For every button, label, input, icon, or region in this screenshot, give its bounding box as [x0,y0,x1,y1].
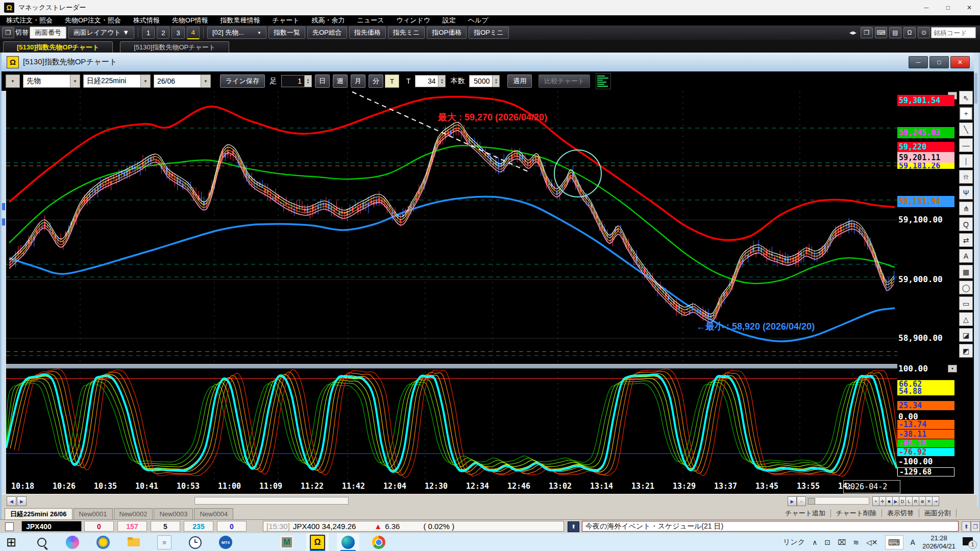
zoom-out-button[interactable]: − [797,496,806,506]
close-button[interactable]: ✕ [959,1,980,14]
sheet-tab[interactable]: New0004 [194,508,233,519]
chart-zoom-button-■[interactable]: ■ [886,496,893,506]
quote-box[interactable]: [15:30] JPX400 34,249.26 ▲ 6.36 ( 0.02% … [263,521,564,532]
switch-label[interactable]: 切替 [15,28,29,37]
sheet-tab[interactable]: New0002 [114,508,153,519]
trading-orb-app[interactable] [92,533,114,551]
screen-number-button[interactable]: 画面番号 [30,27,66,39]
sheet-action[interactable]: 表示切替 [882,509,919,517]
mt4-app[interactable]: MT4 [214,533,237,551]
tray-clock[interactable]: 21:282026/04/21 [922,534,955,551]
maximize-button[interactable]: □ [937,1,959,14]
alert-bell-tool[interactable]: ⍾ [959,170,973,184]
rectangle-tool[interactable]: ▭ [959,296,973,310]
tray-battery-icon[interactable]: ⌧ [838,538,846,546]
chart-minimize-button[interactable]: ─ [909,56,928,68]
tray-chevron-up-icon[interactable]: ∧ [812,538,817,546]
printer-icon[interactable]: ▤ [889,27,901,38]
symbol-code-input[interactable] [931,27,976,38]
quick-button[interactable]: 指OPミニ [469,27,508,39]
status-checkbox[interactable] [5,522,14,531]
chart-left-scrollbar[interactable] [2,91,6,494]
zoom-slider[interactable] [807,497,869,505]
status-symbol[interactable]: JPX400 [21,521,82,532]
depth-panel-icon[interactable] [596,73,611,89]
menu-item[interactable]: 指数業種情報 [214,15,266,26]
scroll-right-button[interactable]: ▶ [788,496,797,506]
cycle-arrows-tool[interactable]: ⇄ [959,233,973,247]
tray-link-label[interactable]: リンク [783,538,805,547]
fibonacci-fan-tool[interactable]: Ψ [959,186,973,199]
page-button-2[interactable]: 2 [157,27,169,39]
text-tool[interactable]: A [959,249,973,263]
chart-close-button[interactable]: ✕ [950,56,970,68]
layout-dropdown[interactable]: 画面レイアウト ▼ [68,27,134,39]
mini-dropdown[interactable]: ▼ [6,74,20,88]
edge-browser[interactable] [337,533,359,551]
apply-button[interactable]: 適用 [507,74,532,88]
chart-zoom-button-▶[interactable]: ▶ [892,496,899,506]
status-monitor-icon[interactable]: ❐ [971,521,980,532]
notepad-app[interactable]: ≡ [153,533,176,551]
office-app[interactable] [245,533,267,551]
keyboard-icon[interactable]: ⌨ [875,27,887,38]
channel-lines-tool[interactable]: ⋔ [959,202,973,215]
news-up-icon[interactable]: ⬆ [568,521,579,532]
period-button-分[interactable]: 分 [369,74,383,88]
chart-zoom-button-D[interactable]: D [899,496,906,506]
chart-zoom-button-R[interactable]: R [912,496,919,506]
bar-value-spinner[interactable]: 1▲▼ [281,75,312,87]
erase-all-tool[interactable]: ◩ [959,344,973,358]
switch-screen-icon[interactable]: ❐ [2,27,14,38]
chart-zoom-button-L[interactable]: L [905,496,913,506]
sheet-action[interactable]: チャート削除 [831,509,882,517]
category-select[interactable]: 先物▼ [23,74,80,88]
minimize-button[interactable]: ─ [916,1,937,14]
instrument-select[interactable]: 日経225mini▼ [83,74,151,88]
workspace-tab-1[interactable]: [5130]指数先物OPチャート [3,41,113,53]
menu-item[interactable]: 先物OP注文・照会 [59,15,127,26]
chart-zoom-button-+[interactable]: + [872,496,879,506]
menu-item[interactable]: ウィンドウ [390,15,436,26]
quote-list-tool[interactable]: Q [959,217,973,231]
tray-ime-keyboard-icon[interactable]: ⌨ [885,535,903,549]
price-scale[interactable]: ▼ ▼ 59,100.0059,000.0058,900.00100.000.0… [897,91,959,480]
lock-icon[interactable]: Ω [903,27,916,38]
notification-badge[interactable]: 1 [963,537,975,547]
sheet-action[interactable]: 画面分割 [919,509,957,517]
chart-zoom-button-✛[interactable]: ✛ [879,496,886,506]
window-right-scrollbar[interactable] [974,53,978,519]
chrome-browser[interactable] [368,533,390,551]
ellipse-tool[interactable]: ◯ [959,281,973,294]
period-button-月[interactable]: 月 [351,74,365,88]
sheet-tab[interactable]: New0001 [74,508,113,519]
tick-mode-button[interactable]: T [385,74,399,88]
status-up-icon[interactable]: ⬆ [962,521,971,532]
chart-h-scrollbar[interactable] [194,497,349,505]
triangle-tool[interactable]: △ [959,312,973,326]
menu-item[interactable]: 残高・余力 [306,15,351,26]
eraser-tool[interactable]: ◪ [959,328,973,342]
menu-item[interactable]: ニュース [351,15,390,26]
period-button-週[interactable]: 週 [333,74,348,88]
monex-trader-app[interactable]: Ω [306,533,329,551]
copilot-app[interactable] [61,533,84,551]
tick-value-spinner[interactable]: 34▲▼ [415,75,446,87]
search-button[interactable] [31,533,53,551]
m-app[interactable]: M [276,533,298,551]
chart-maximize-button[interactable]: □ [929,56,949,68]
count-value-spinner[interactable]: 5000▲▼ [469,75,500,87]
chart-zoom-button-✕[interactable]: ✕ [925,496,933,506]
compare-chart-button[interactable]: 比較チャート [538,74,590,88]
cursor-tool[interactable]: ⇖ [959,91,973,105]
page-button-3[interactable]: 3 [172,27,184,39]
menu-item[interactable]: 設定 [436,15,462,26]
tray-camera-icon[interactable]: ⊡ [824,538,830,546]
file-explorer[interactable] [122,533,145,551]
page-button-4[interactable]: 4 [187,27,200,39]
menu-item[interactable]: 先物OP情報 [166,15,214,26]
menu-item[interactable]: チャート [266,15,306,26]
grid-tool[interactable]: ▦ [959,265,973,279]
scale-scroll-marker-osc[interactable]: ▼ [948,365,957,372]
save-lines-button[interactable]: ライン保存 [220,74,265,88]
